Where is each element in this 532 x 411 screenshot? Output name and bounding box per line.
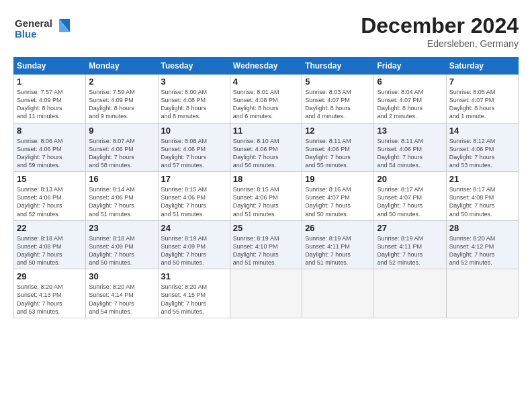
- day-number: 26: [305, 223, 371, 233]
- day-number: 30: [89, 271, 154, 281]
- cell-5-4: [230, 269, 302, 318]
- day-number: 10: [161, 126, 227, 136]
- cell-1-7: 7Sunrise: 8:05 AMSunset: 4:07 PMDaylight…: [446, 75, 518, 124]
- day-info: Sunrise: 8:06 AMSunset: 4:06 PMDaylight:…: [17, 137, 83, 170]
- day-info: Sunrise: 8:20 AMSunset: 4:15 PMDaylight:…: [161, 283, 227, 316]
- cell-2-7: 14Sunrise: 8:12 AMSunset: 4:06 PMDayligh…: [446, 123, 518, 172]
- week-row-5: 29Sunrise: 8:20 AMSunset: 4:13 PMDayligh…: [14, 269, 519, 318]
- cell-3-5: 19Sunrise: 8:16 AMSunset: 4:07 PMDayligh…: [302, 172, 374, 221]
- header-row: Sunday Monday Tuesday Wednesday Thursday…: [14, 58, 519, 75]
- day-info: Sunrise: 8:19 AMSunset: 4:10 PMDaylight:…: [233, 234, 299, 267]
- svg-text:Blue: Blue: [15, 28, 37, 40]
- cell-3-2: 16Sunrise: 8:14 AMSunset: 4:06 PMDayligh…: [86, 172, 158, 221]
- day-number: 9: [89, 126, 154, 136]
- day-info: Sunrise: 8:00 AMSunset: 4:08 PMDaylight:…: [161, 88, 227, 121]
- cell-3-3: 17Sunrise: 8:15 AMSunset: 4:06 PMDayligh…: [158, 172, 230, 221]
- day-number: 25: [233, 223, 299, 233]
- header: General Blue December 2024 Edersleben, G…: [13, 13, 519, 49]
- cell-5-3: 31Sunrise: 8:20 AMSunset: 4:15 PMDayligh…: [158, 269, 230, 318]
- day-number: 7: [449, 77, 515, 87]
- day-number: 28: [449, 223, 515, 233]
- cell-5-7: [446, 269, 518, 318]
- cell-4-3: 24Sunrise: 8:19 AMSunset: 4:09 PMDayligh…: [158, 220, 230, 269]
- day-info: Sunrise: 8:11 AMSunset: 4:06 PMDaylight:…: [305, 137, 371, 170]
- day-info: Sunrise: 8:18 AMSunset: 4:09 PMDaylight:…: [89, 234, 154, 267]
- day-number: 15: [17, 174, 83, 184]
- cell-1-3: 3Sunrise: 8:00 AMSunset: 4:08 PMDaylight…: [158, 75, 230, 124]
- week-row-1: 1Sunrise: 7:57 AMSunset: 4:09 PMDaylight…: [14, 75, 519, 124]
- day-info: Sunrise: 8:17 AMSunset: 4:08 PMDaylight:…: [449, 185, 515, 218]
- month-title: December 2024: [361, 13, 519, 38]
- day-number: 2: [89, 77, 154, 87]
- day-number: 22: [17, 223, 83, 233]
- day-number: 16: [89, 174, 154, 184]
- week-row-2: 8Sunrise: 8:06 AMSunset: 4:06 PMDaylight…: [14, 123, 519, 172]
- col-sunday: Sunday: [14, 58, 86, 75]
- col-saturday: Saturday: [446, 58, 518, 75]
- col-monday: Monday: [86, 58, 158, 75]
- day-number: 6: [377, 77, 443, 87]
- location: Edersleben, Germany: [361, 38, 519, 49]
- day-info: Sunrise: 8:13 AMSunset: 4:06 PMDaylight:…: [17, 185, 83, 218]
- day-info: Sunrise: 7:57 AMSunset: 4:09 PMDaylight:…: [17, 88, 83, 121]
- cell-3-7: 21Sunrise: 8:17 AMSunset: 4:08 PMDayligh…: [446, 172, 518, 221]
- day-number: 19: [305, 174, 371, 184]
- day-number: 11: [233, 126, 299, 136]
- day-number: 4: [233, 77, 299, 87]
- day-info: Sunrise: 8:04 AMSunset: 4:07 PMDaylight:…: [377, 88, 443, 121]
- cell-4-4: 25Sunrise: 8:19 AMSunset: 4:10 PMDayligh…: [230, 220, 302, 269]
- day-number: 21: [449, 174, 515, 184]
- cell-5-1: 29Sunrise: 8:20 AMSunset: 4:13 PMDayligh…: [14, 269, 86, 318]
- day-info: Sunrise: 8:19 AMSunset: 4:09 PMDaylight:…: [161, 234, 227, 267]
- day-info: Sunrise: 8:19 AMSunset: 4:11 PMDaylight:…: [377, 234, 443, 267]
- day-number: 17: [161, 174, 227, 184]
- week-row-3: 15Sunrise: 8:13 AMSunset: 4:06 PMDayligh…: [14, 172, 519, 221]
- logo: General Blue: [13, 13, 74, 46]
- day-number: 1: [17, 77, 83, 87]
- cell-4-1: 22Sunrise: 8:18 AMSunset: 4:08 PMDayligh…: [14, 220, 86, 269]
- cell-2-6: 13Sunrise: 8:11 AMSunset: 4:06 PMDayligh…: [374, 123, 446, 172]
- day-info: Sunrise: 8:16 AMSunset: 4:07 PMDaylight:…: [305, 185, 371, 218]
- day-info: Sunrise: 8:20 AMSunset: 4:13 PMDaylight:…: [17, 283, 83, 316]
- cell-4-6: 27Sunrise: 8:19 AMSunset: 4:11 PMDayligh…: [374, 220, 446, 269]
- col-wednesday: Wednesday: [230, 58, 302, 75]
- week-row-4: 22Sunrise: 8:18 AMSunset: 4:08 PMDayligh…: [14, 220, 519, 269]
- cell-1-2: 2Sunrise: 7:59 AMSunset: 4:09 PMDaylight…: [86, 75, 158, 124]
- day-number: 27: [377, 223, 443, 233]
- day-info: Sunrise: 8:19 AMSunset: 4:11 PMDaylight:…: [305, 234, 371, 267]
- cell-5-5: [302, 269, 374, 318]
- day-info: Sunrise: 7:59 AMSunset: 4:09 PMDaylight:…: [89, 88, 154, 121]
- logo-svg: General Blue: [13, 13, 74, 43]
- day-number: 24: [161, 223, 227, 233]
- day-info: Sunrise: 8:20 AMSunset: 4:12 PMDaylight:…: [449, 234, 515, 267]
- day-info: Sunrise: 8:14 AMSunset: 4:06 PMDaylight:…: [89, 185, 154, 218]
- cell-4-2: 23Sunrise: 8:18 AMSunset: 4:09 PMDayligh…: [86, 220, 158, 269]
- day-number: 20: [377, 174, 443, 184]
- cell-2-2: 9Sunrise: 8:07 AMSunset: 4:06 PMDaylight…: [86, 123, 158, 172]
- day-info: Sunrise: 8:20 AMSunset: 4:14 PMDaylight:…: [89, 283, 154, 316]
- col-thursday: Thursday: [302, 58, 374, 75]
- cell-4-7: 28Sunrise: 8:20 AMSunset: 4:12 PMDayligh…: [446, 220, 518, 269]
- day-number: 8: [17, 126, 83, 136]
- day-info: Sunrise: 8:17 AMSunset: 4:07 PMDaylight:…: [377, 185, 443, 218]
- day-info: Sunrise: 8:15 AMSunset: 4:06 PMDaylight:…: [233, 185, 299, 218]
- day-number: 3: [161, 77, 227, 87]
- day-info: Sunrise: 8:01 AMSunset: 4:08 PMDaylight:…: [233, 88, 299, 121]
- cell-2-1: 8Sunrise: 8:06 AMSunset: 4:06 PMDaylight…: [14, 123, 86, 172]
- title-block: December 2024 Edersleben, Germany: [361, 13, 519, 49]
- day-number: 5: [305, 77, 371, 87]
- cell-2-3: 10Sunrise: 8:08 AMSunset: 4:06 PMDayligh…: [158, 123, 230, 172]
- day-number: 18: [233, 174, 299, 184]
- cell-1-6: 6Sunrise: 8:04 AMSunset: 4:07 PMDaylight…: [374, 75, 446, 124]
- cell-3-1: 15Sunrise: 8:13 AMSunset: 4:06 PMDayligh…: [14, 172, 86, 221]
- cell-1-4: 4Sunrise: 8:01 AMSunset: 4:08 PMDaylight…: [230, 75, 302, 124]
- cell-5-6: [374, 269, 446, 318]
- day-number: 12: [305, 126, 371, 136]
- col-tuesday: Tuesday: [158, 58, 230, 75]
- day-info: Sunrise: 8:12 AMSunset: 4:06 PMDaylight:…: [449, 137, 515, 170]
- day-info: Sunrise: 8:07 AMSunset: 4:06 PMDaylight:…: [89, 137, 154, 170]
- cell-3-4: 18Sunrise: 8:15 AMSunset: 4:06 PMDayligh…: [230, 172, 302, 221]
- day-info: Sunrise: 8:03 AMSunset: 4:07 PMDaylight:…: [305, 88, 371, 121]
- cell-2-5: 12Sunrise: 8:11 AMSunset: 4:06 PMDayligh…: [302, 123, 374, 172]
- cell-5-2: 30Sunrise: 8:20 AMSunset: 4:14 PMDayligh…: [86, 269, 158, 318]
